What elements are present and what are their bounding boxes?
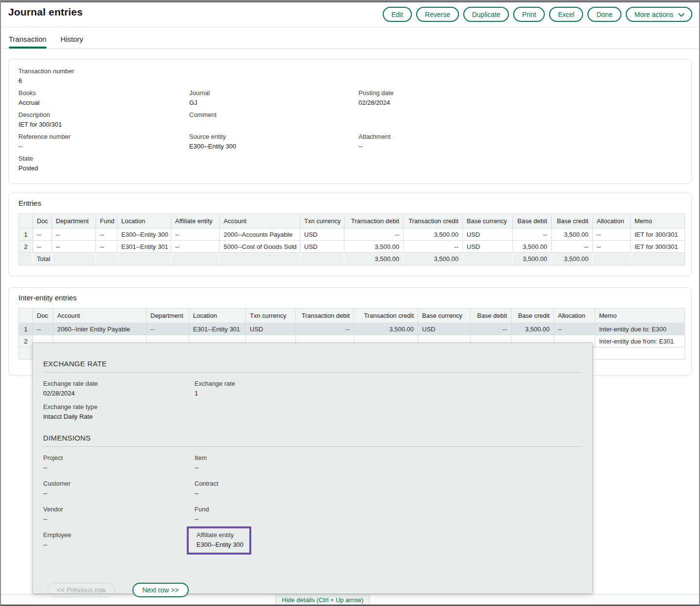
tab-bar: Transaction History: [9, 35, 83, 48]
cell: --: [593, 241, 631, 253]
total-cell: [595, 347, 685, 360]
column-header: Base credit: [552, 214, 593, 229]
field-label: Attachment: [358, 133, 682, 140]
tabs-divider: [0, 49, 700, 49]
field-label: Transaction number: [18, 67, 189, 75]
column-header: Transaction credit: [354, 309, 418, 323]
section-divider: [43, 446, 582, 447]
cell: --: [171, 241, 220, 253]
cell: --: [513, 229, 552, 241]
cell: --: [471, 323, 511, 335]
cell: --: [96, 241, 117, 253]
edit-button[interactable]: Edit: [383, 7, 412, 22]
row-number: [19, 347, 33, 360]
field-label: Project: [43, 454, 195, 461]
done-button[interactable]: Done: [587, 7, 621, 22]
field-employee: Employee --: [43, 531, 195, 555]
cell: USD: [463, 229, 513, 241]
cell: --: [344, 229, 404, 241]
cell: IET for 300/301: [631, 229, 685, 241]
dimensions-heading: DIMENSIONS: [43, 434, 592, 442]
column-header: [19, 214, 33, 229]
field-value: E300--Entity 300: [189, 143, 358, 150]
field-label: Books: [18, 89, 189, 97]
field-value: 6: [18, 77, 189, 84]
next-row-button[interactable]: Next row >>: [132, 583, 188, 597]
toolbar: Edit Reverse Duplicate Print Excel Done …: [383, 7, 692, 22]
field-source-entity: Source entity E300--Entity 300: [189, 133, 358, 150]
column-header: Fund: [96, 214, 117, 229]
field-state: State Posted: [18, 155, 189, 172]
cell: --: [52, 241, 96, 253]
field-label: Item: [195, 454, 592, 461]
total-cell: 3,500.00: [404, 253, 463, 265]
cell: --: [171, 229, 220, 241]
cell: 2060--Inter Entity Payable: [53, 323, 147, 335]
field-contract: Contract --: [195, 480, 592, 497]
total-cell: 3,500.00: [344, 253, 404, 265]
field-project: Project --: [43, 454, 195, 471]
field-label: Description: [18, 111, 189, 118]
column-header: Transaction debit: [344, 214, 404, 229]
field-value: 02/28/2024: [358, 99, 682, 106]
total-cell: 3,500.00: [513, 253, 552, 265]
previous-row-button[interactable]: << Previous row: [48, 583, 115, 597]
field-item: Item --: [195, 454, 592, 471]
table-row[interactable]: 1 -- -- -- E300--Entity 300 -- 2000--Acc…: [19, 229, 685, 241]
column-header: Doc: [33, 309, 53, 323]
column-header: Allocation: [593, 214, 631, 229]
row-number: 1: [19, 229, 33, 241]
cell: USD: [300, 241, 344, 253]
column-header: Account: [220, 214, 300, 229]
field-value: --: [43, 541, 195, 548]
total-cell: [171, 253, 220, 265]
tab-transaction[interactable]: Transaction: [9, 35, 47, 48]
column-header: Txn currency: [300, 214, 344, 229]
column-header: Department: [147, 309, 189, 323]
field-label: Contract: [195, 480, 592, 487]
column-header: Base currency: [463, 214, 513, 229]
field-label: Vendor: [43, 506, 195, 513]
affiliate-entity-highlight: Affiliate entity E300--Entity 300: [187, 526, 251, 555]
tab-history[interactable]: History: [61, 35, 83, 48]
column-header: Base debit: [513, 214, 552, 229]
field-value: --: [195, 515, 592, 523]
total-cell: [220, 253, 300, 265]
field-label: Exchange rate: [195, 380, 592, 387]
reverse-button[interactable]: Reverse: [416, 7, 459, 22]
cell: --: [404, 241, 463, 253]
field-label: Comment: [189, 111, 358, 118]
more-actions-button[interactable]: More actions: [626, 7, 692, 22]
field-value: Intacct Daily Rate: [43, 413, 195, 420]
print-button[interactable]: Print: [513, 7, 545, 22]
cell: IET for 300/301: [631, 241, 685, 253]
cell: USD: [463, 241, 513, 253]
excel-button[interactable]: Excel: [549, 7, 583, 22]
transaction-summary-card: Transaction number 6 Books Accrual Journ…: [8, 59, 692, 184]
entries-title: Entries: [18, 199, 683, 207]
duplicate-button[interactable]: Duplicate: [463, 7, 509, 22]
field-reference-number: Reference number --: [18, 133, 189, 150]
field-vendor: Vendor --: [43, 506, 195, 523]
column-header: Affiliate entity: [171, 214, 220, 229]
cell: 3,500.00: [511, 323, 554, 335]
table-row[interactable]: 2 -- -- -- E301--Entity 301 -- 5000--Cos…: [19, 241, 685, 253]
total-cell: 3,500.00: [552, 253, 593, 265]
more-actions-label: More actions: [635, 11, 673, 18]
cell: 3,500.00: [344, 241, 404, 253]
field-value: --: [195, 464, 592, 471]
field-exchange-rate-date: Exchange rate date 02/28/2024: [43, 380, 195, 397]
row-details-panel: EXCHANGE RATE Exchange rate date 02/28/2…: [33, 343, 593, 594]
entries-header-row: Doc Department Fund Location Affiliate e…: [19, 214, 685, 229]
entries-card: Entries Doc Department Fund Location Aff…: [8, 193, 692, 276]
window-top-strip: [0, 0, 700, 2]
cell: --: [554, 323, 595, 335]
column-header: Base currency: [418, 309, 471, 323]
table-row[interactable]: 1 -- 2060--Inter Entity Payable -- E301-…: [19, 323, 685, 335]
field-value: Posted: [18, 164, 189, 172]
field-attachment: Attachment --: [358, 133, 682, 150]
field-value: --: [43, 490, 195, 497]
cell: E300--Entity 300: [117, 229, 171, 241]
inter-entity-header-row: Doc Account Department Location Txn curr…: [19, 309, 685, 323]
field-comment: Comment: [189, 111, 358, 128]
